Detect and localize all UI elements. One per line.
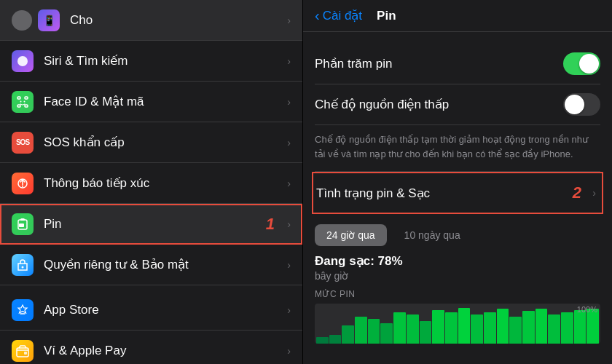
battery-chart: 100%: [315, 304, 600, 344]
chart-bar: [316, 337, 329, 344]
page-title: Pin: [377, 9, 396, 23]
sidebar-item-cho[interactable]: 📱 Cho ›: [0, 0, 302, 41]
settings-right-panel: ‹ Cài đặt Pin Phần trăm pin Chế độ nguồn…: [303, 0, 612, 364]
che-do-nguon-label: Chế độ nguồn điện thấp: [315, 97, 449, 112]
sidebar-item-vi[interactable]: Ví & Apple Pay ›: [0, 331, 302, 364]
chevron-icon: ›: [287, 259, 291, 271]
sidebar-item-quyen[interactable]: Quyền riêng tư & Bảo mật ›: [0, 245, 302, 285]
sidebar-item-label: Thông báo tiếp xúc: [44, 175, 287, 191]
quyen-icon: [12, 254, 34, 276]
muc-pin-label: MỨC PIN: [315, 289, 600, 299]
svg-point-0: [17, 56, 28, 66]
chart-bar: [432, 310, 444, 344]
chart-bar: [355, 317, 367, 344]
chart-bar: [522, 311, 535, 344]
chart-bars: [315, 304, 600, 344]
charging-sub: bây giờ: [315, 270, 600, 282]
sidebar-item-appstore[interactable]: App Store ›: [0, 290, 302, 331]
chart-bar: [458, 308, 471, 344]
sidebar-item-label: Ví & Apple Pay: [44, 344, 287, 358]
chart-bar: [393, 312, 406, 344]
sidebar-item-label: Face ID & Mật mã: [44, 94, 287, 109]
pin-icon: [12, 213, 34, 235]
tab-24h[interactable]: 24 giờ qua: [315, 224, 387, 246]
chart-bar: [420, 321, 432, 344]
chevron-icon: ›: [287, 345, 291, 357]
chart-bar: [536, 309, 548, 344]
tinh-trang-row[interactable]: Tình trạng pin & Sạc 2 ›: [312, 172, 603, 214]
sidebar-item-pin[interactable]: Pin › 1: [0, 204, 302, 245]
svg-rect-12: [19, 223, 24, 227]
cho-icon: 📱: [38, 9, 60, 31]
appstore-icon: [12, 299, 34, 321]
sidebar-item-label: Siri & Tìm kiếm: [44, 53, 287, 68]
svg-rect-15: [24, 352, 27, 355]
sidebar-item-siri[interactable]: Siri & Tìm kiếm ›: [0, 41, 302, 82]
svg-rect-3: [17, 105, 20, 107]
svg-point-13: [22, 266, 24, 268]
sos-icon: SOS: [12, 132, 34, 154]
chevron-icon: ›: [287, 218, 291, 230]
chart-bar: [484, 312, 496, 344]
chart-bar: [329, 335, 342, 344]
chart-bar: [471, 314, 483, 344]
sidebar-item-thongbao[interactable]: Thông báo tiếp xúc ›: [0, 163, 302, 204]
svg-rect-4: [25, 105, 28, 107]
chevron-icon: ›: [287, 96, 291, 108]
chart-bar: [342, 325, 354, 344]
chart-bar: [561, 312, 573, 344]
chart-bar: [574, 310, 586, 344]
sidebar-item-label: Pin: [44, 217, 287, 232]
chevron-icon: ›: [287, 55, 291, 67]
charging-title: Đang sạc: 78%: [315, 253, 600, 269]
chart-bar: [380, 323, 393, 344]
svg-rect-1: [17, 97, 20, 99]
svg-rect-2: [25, 97, 28, 99]
badge-1: 1: [266, 215, 275, 234]
back-label: Cài đặt: [323, 8, 362, 23]
settings-left-panel: 📱 Cho › Siri & Tìm kiếm › Face ID & Mật: [0, 0, 302, 364]
sidebar-item-label: Cho: [70, 13, 287, 28]
sidebar-item-label: App Store: [44, 303, 287, 317]
scroll-indicator: [12, 10, 32, 31]
siri-icon: [12, 50, 34, 72]
svg-rect-10: [20, 218, 25, 221]
right-header: ‹ Cài đặt Pin: [303, 0, 612, 32]
che-do-nguon-row: Chế độ nguồn điện thấp: [315, 84, 600, 125]
svg-point-6: [24, 100, 26, 102]
chart-bar: [445, 312, 458, 344]
chart-bar: [407, 314, 419, 344]
vi-icon: [12, 340, 34, 362]
time-tabs: 24 giờ qua 10 ngày qua: [315, 224, 600, 246]
right-body: Phần trăm pin Chế độ nguồn điện thấp Chế…: [303, 32, 612, 355]
phan-tram-pin-row: Phần trăm pin: [315, 44, 600, 84]
chart-bar: [497, 309, 509, 344]
svg-point-8: [22, 186, 23, 187]
tinh-trang-chevron-icon: ›: [592, 187, 596, 199]
chevron-icon: ›: [287, 178, 291, 189]
chart-bar: [548, 314, 560, 344]
low-power-description: Chế độ nguồn điện thấp tạm thời giảm hoạ…: [315, 125, 600, 172]
back-chevron-icon: ‹: [315, 7, 320, 24]
badge-2: 2: [573, 183, 581, 202]
tinh-trang-label: Tình trạng pin & Sạc: [316, 186, 430, 201]
chart-bar: [368, 319, 380, 344]
sidebar-item-label: Quyền riêng tư & Bảo mật: [44, 257, 287, 272]
chart-bar: [509, 317, 522, 344]
tab-10d[interactable]: 10 ngày qua: [393, 224, 472, 246]
chevron-icon: ›: [287, 137, 291, 149]
chevron-icon: ›: [287, 15, 291, 26]
chevron-icon: ›: [287, 304, 291, 316]
che-do-nguon-toggle[interactable]: [563, 93, 600, 116]
phan-tram-pin-label: Phần trăm pin: [315, 56, 392, 71]
svg-point-5: [20, 100, 22, 102]
faceid-icon: [12, 91, 34, 113]
sidebar-item-faceid[interactable]: Face ID & Mật mã ›: [0, 82, 302, 122]
sidebar-item-sos[interactable]: SOS SOS khẩn cấp ›: [0, 122, 302, 163]
chart-100-label: 100%: [577, 305, 597, 314]
thongbao-icon: [12, 173, 34, 194]
sidebar-item-label: SOS khẩn cấp: [44, 135, 287, 150]
back-button[interactable]: ‹ Cài đặt: [315, 7, 362, 24]
phan-tram-pin-toggle[interactable]: [563, 52, 600, 75]
